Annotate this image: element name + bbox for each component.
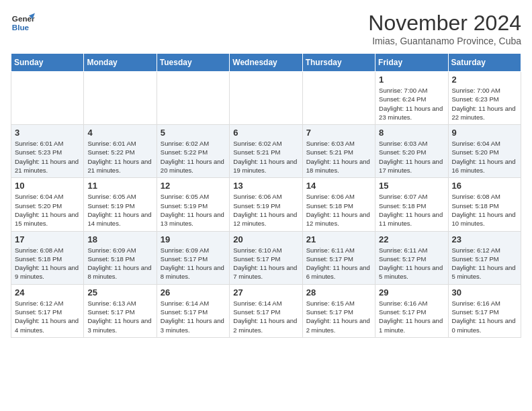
day-info: Sunrise: 6:02 AM Sunset: 5:21 PM Dayligh… xyxy=(233,139,298,175)
calendar-cell xyxy=(302,72,375,125)
day-number: 26 xyxy=(161,287,226,298)
day-number: 30 xyxy=(452,287,517,298)
day-number: 21 xyxy=(306,234,371,244)
calendar-cell: 10Sunrise: 6:04 AM Sunset: 5:20 PM Dayli… xyxy=(11,178,84,231)
day-number: 1 xyxy=(379,75,444,85)
calendar-cell xyxy=(157,72,229,125)
weekday-header-thursday: Thursday xyxy=(302,54,375,72)
calendar-cell: 20Sunrise: 6:10 AM Sunset: 5:17 PM Dayli… xyxy=(230,231,302,284)
day-number: 16 xyxy=(452,181,517,191)
day-info: Sunrise: 6:04 AM Sunset: 5:20 PM Dayligh… xyxy=(452,139,517,175)
day-info: Sunrise: 6:13 AM Sunset: 5:17 PM Dayligh… xyxy=(87,299,152,334)
month-title: November 2024 xyxy=(368,11,521,36)
calendar-cell: 1Sunrise: 7:00 AM Sunset: 6:24 PM Daylig… xyxy=(375,72,448,125)
day-info: Sunrise: 6:14 AM Sunset: 5:17 PM Dayligh… xyxy=(161,299,226,334)
weekday-header-friday: Friday xyxy=(375,54,448,72)
day-info: Sunrise: 6:08 AM Sunset: 5:18 PM Dayligh… xyxy=(452,192,517,228)
calendar-cell: 27Sunrise: 6:14 AM Sunset: 5:17 PM Dayli… xyxy=(230,284,302,337)
day-info: Sunrise: 6:06 AM Sunset: 5:19 PM Dayligh… xyxy=(233,192,298,228)
logo: General Blue xyxy=(11,11,35,35)
day-info: Sunrise: 6:11 AM Sunset: 5:17 PM Dayligh… xyxy=(306,246,371,281)
day-number: 23 xyxy=(452,234,517,244)
day-number: 7 xyxy=(306,128,371,138)
calendar-cell: 25Sunrise: 6:13 AM Sunset: 5:17 PM Dayli… xyxy=(84,284,157,337)
day-number: 20 xyxy=(233,234,298,244)
calendar-cell: 28Sunrise: 6:15 AM Sunset: 5:17 PM Dayli… xyxy=(302,284,375,337)
logo-icon: General Blue xyxy=(11,11,35,35)
calendar-cell: 5Sunrise: 6:02 AM Sunset: 5:22 PM Daylig… xyxy=(157,125,229,178)
day-number: 3 xyxy=(15,128,80,138)
day-info: Sunrise: 7:00 AM Sunset: 6:24 PM Dayligh… xyxy=(379,86,444,122)
day-info: Sunrise: 6:04 AM Sunset: 5:20 PM Dayligh… xyxy=(15,192,80,228)
day-number: 18 xyxy=(87,234,152,244)
day-info: Sunrise: 6:06 AM Sunset: 5:18 PM Dayligh… xyxy=(306,192,371,228)
weekday-header-saturday: Saturday xyxy=(448,54,521,72)
day-info: Sunrise: 6:02 AM Sunset: 5:22 PM Dayligh… xyxy=(161,139,226,175)
calendar-cell: 29Sunrise: 6:16 AM Sunset: 5:17 PM Dayli… xyxy=(375,284,448,337)
calendar-cell: 8Sunrise: 6:03 AM Sunset: 5:20 PM Daylig… xyxy=(375,125,448,178)
day-number: 17 xyxy=(15,234,80,244)
calendar-cell: 16Sunrise: 6:08 AM Sunset: 5:18 PM Dayli… xyxy=(448,178,521,231)
day-info: Sunrise: 6:16 AM Sunset: 5:17 PM Dayligh… xyxy=(379,299,444,334)
calendar-cell: 13Sunrise: 6:06 AM Sunset: 5:19 PM Dayli… xyxy=(230,178,302,231)
calendar-cell: 4Sunrise: 6:01 AM Sunset: 5:22 PM Daylig… xyxy=(84,125,157,178)
day-info: Sunrise: 6:01 AM Sunset: 5:22 PM Dayligh… xyxy=(87,139,152,175)
day-number: 11 xyxy=(87,181,152,191)
day-number: 28 xyxy=(306,287,371,298)
weekday-header-wednesday: Wednesday xyxy=(230,54,302,72)
day-info: Sunrise: 6:03 AM Sunset: 5:20 PM Dayligh… xyxy=(379,139,444,175)
calendar-cell: 2Sunrise: 7:00 AM Sunset: 6:23 PM Daylig… xyxy=(448,72,521,125)
calendar-cell: 19Sunrise: 6:09 AM Sunset: 5:17 PM Dayli… xyxy=(157,231,229,284)
weekday-header-sunday: Sunday xyxy=(11,54,84,72)
calendar-cell: 30Sunrise: 6:16 AM Sunset: 5:17 PM Dayli… xyxy=(448,284,521,337)
weekday-header-tuesday: Tuesday xyxy=(157,54,229,72)
location-subtitle: Imias, Guantanamo Province, Cuba xyxy=(368,36,521,46)
day-info: Sunrise: 6:10 AM Sunset: 5:17 PM Dayligh… xyxy=(233,246,298,281)
calendar-week-row: 24Sunrise: 6:12 AM Sunset: 5:17 PM Dayli… xyxy=(11,284,521,337)
day-info: Sunrise: 7:00 AM Sunset: 6:23 PM Dayligh… xyxy=(452,86,517,122)
day-number: 6 xyxy=(233,128,298,138)
page-header: General Blue November 2024 Imias, Guanta… xyxy=(11,11,521,46)
day-number: 15 xyxy=(379,181,444,191)
day-number: 22 xyxy=(379,234,444,244)
calendar-cell xyxy=(84,72,157,125)
calendar-cell: 23Sunrise: 6:12 AM Sunset: 5:17 PM Dayli… xyxy=(448,231,521,284)
day-number: 27 xyxy=(233,287,298,298)
day-info: Sunrise: 6:05 AM Sunset: 5:19 PM Dayligh… xyxy=(161,192,226,228)
day-info: Sunrise: 6:14 AM Sunset: 5:17 PM Dayligh… xyxy=(233,299,298,334)
calendar-cell xyxy=(11,72,84,125)
calendar-cell: 11Sunrise: 6:05 AM Sunset: 5:19 PM Dayli… xyxy=(84,178,157,231)
calendar-cell: 17Sunrise: 6:08 AM Sunset: 5:18 PM Dayli… xyxy=(11,231,84,284)
day-number: 29 xyxy=(379,287,444,298)
title-block: November 2024 Imias, Guantanamo Province… xyxy=(368,11,521,46)
calendar-week-row: 3Sunrise: 6:01 AM Sunset: 5:23 PM Daylig… xyxy=(11,125,521,178)
day-info: Sunrise: 6:16 AM Sunset: 5:17 PM Dayligh… xyxy=(452,299,517,334)
day-number: 24 xyxy=(15,287,80,298)
calendar-cell: 9Sunrise: 6:04 AM Sunset: 5:20 PM Daylig… xyxy=(448,125,521,178)
day-info: Sunrise: 6:03 AM Sunset: 5:21 PM Dayligh… xyxy=(306,139,371,175)
day-info: Sunrise: 6:08 AM Sunset: 5:18 PM Dayligh… xyxy=(15,246,80,281)
day-info: Sunrise: 6:11 AM Sunset: 5:17 PM Dayligh… xyxy=(379,246,444,281)
calendar-week-row: 17Sunrise: 6:08 AM Sunset: 5:18 PM Dayli… xyxy=(11,231,521,284)
day-number: 12 xyxy=(161,181,226,191)
day-info: Sunrise: 6:15 AM Sunset: 5:17 PM Dayligh… xyxy=(306,299,371,334)
day-info: Sunrise: 6:12 AM Sunset: 5:17 PM Dayligh… xyxy=(15,299,80,334)
day-info: Sunrise: 6:05 AM Sunset: 5:19 PM Dayligh… xyxy=(87,192,152,228)
calendar-table: SundayMondayTuesdayWednesdayThursdayFrid… xyxy=(11,53,521,338)
day-info: Sunrise: 6:07 AM Sunset: 5:18 PM Dayligh… xyxy=(379,192,444,228)
calendar-cell: 18Sunrise: 6:09 AM Sunset: 5:18 PM Dayli… xyxy=(84,231,157,284)
calendar-cell: 3Sunrise: 6:01 AM Sunset: 5:23 PM Daylig… xyxy=(11,125,84,178)
calendar-week-row: 10Sunrise: 6:04 AM Sunset: 5:20 PM Dayli… xyxy=(11,178,521,231)
calendar-cell: 6Sunrise: 6:02 AM Sunset: 5:21 PM Daylig… xyxy=(230,125,302,178)
day-number: 4 xyxy=(87,128,152,138)
calendar-cell: 26Sunrise: 6:14 AM Sunset: 5:17 PM Dayli… xyxy=(157,284,229,337)
svg-text:Blue: Blue xyxy=(12,23,30,32)
weekday-header-monday: Monday xyxy=(84,54,157,72)
day-number: 13 xyxy=(233,181,298,191)
day-number: 9 xyxy=(452,128,517,138)
calendar-cell: 22Sunrise: 6:11 AM Sunset: 5:17 PM Dayli… xyxy=(375,231,448,284)
calendar-cell xyxy=(230,72,302,125)
day-info: Sunrise: 6:09 AM Sunset: 5:18 PM Dayligh… xyxy=(87,246,152,281)
calendar-cell: 7Sunrise: 6:03 AM Sunset: 5:21 PM Daylig… xyxy=(302,125,375,178)
day-number: 19 xyxy=(161,234,226,244)
